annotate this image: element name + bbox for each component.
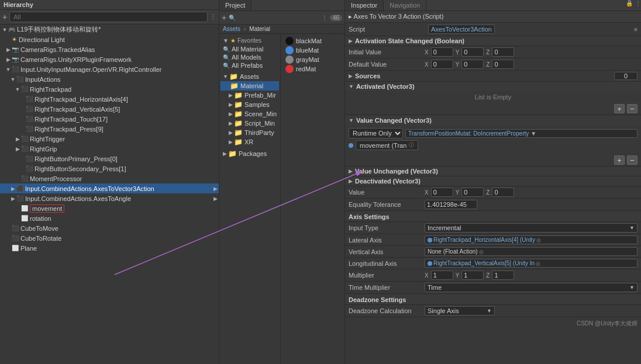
list-item[interactable]: ▼ ⬛ RightTrackpad: [0, 84, 219, 94]
inspector-tab[interactable]: Inspector: [345, 0, 384, 11]
axes-to-vector3-item[interactable]: ▶ ⬛ Input.CombinedActions.AxesToVector3A…: [0, 183, 219, 193]
list-item[interactable]: ⬛ MomentProcessor: [0, 174, 219, 183]
item-label: RightTrigger: [30, 136, 65, 143]
item-label: rotation: [30, 215, 51, 222]
default-value-row: Default Value X Y Z: [345, 58, 641, 71]
list-item[interactable]: ▶ 📁 Samples: [220, 100, 279, 109]
default-x-input[interactable]: [431, 60, 453, 69]
project-tabs: Project: [219, 0, 344, 11]
multiplier-y-input[interactable]: [461, 271, 484, 280]
list-item[interactable]: ⬜ Plane: [0, 243, 219, 253]
movement-field[interactable]: movement (Tran ⓘ: [356, 140, 418, 150]
list-item[interactable]: ⬛ RightButtonSecondary_Press[1]: [0, 164, 219, 174]
initial-z-input[interactable]: [492, 47, 514, 57]
packages-folder[interactable]: ▶ 📁 Packages: [220, 149, 279, 158]
assets-folder[interactable]: ▼ 📁 Assets: [220, 72, 279, 81]
runtime-only-dropdown[interactable]: Runtime Only: [349, 128, 403, 138]
list-item[interactable]: ▶ ⬛ RightTrigger: [0, 134, 219, 144]
fav-all-prefabs[interactable]: 🔍 All Prefabs: [220, 61, 279, 70]
longitudinal-axis-field[interactable]: RightTrackpad_VerticalAxis[5] (Unity In …: [425, 259, 637, 268]
list-item[interactable]: ▶ 📷 CameraRigs.UnityXRPluginFramework: [0, 54, 219, 64]
value-z-input[interactable]: [492, 188, 514, 197]
activated-minus-button[interactable]: −: [627, 104, 637, 113]
material-blue[interactable]: blueMat: [283, 46, 342, 55]
value-changed-header[interactable]: ▼ Value Changed (Vector3): [345, 115, 641, 126]
inspector-menu-icon[interactable]: ≡: [634, 26, 637, 33]
multiplier-x-input[interactable]: [431, 271, 453, 280]
hierarchy-search-input[interactable]: [9, 12, 208, 22]
initial-x-input[interactable]: [431, 47, 453, 57]
project-add-button[interactable]: +: [222, 13, 226, 22]
breadcrumb-material[interactable]: Material: [249, 26, 270, 32]
multiplier-z-input[interactable]: [492, 271, 514, 280]
script-field[interactable]: AxesToVector3Action: [428, 25, 495, 34]
list-item[interactable]: ⬛ RightTrackpad_Touch[17]: [0, 114, 219, 124]
list-item[interactable]: ▶ 📷 CameraRigs.TrackedAlias: [0, 44, 219, 54]
list-item[interactable]: ⬜ rotation: [0, 213, 219, 223]
list-item[interactable]: ▶ 📁 XR: [220, 137, 279, 147]
list-item[interactable]: ⬛ RightButtonPrimary_Press[0]: [0, 154, 219, 164]
breadcrumb-assets[interactable]: Assets: [223, 26, 240, 32]
material-folder[interactable]: 📁 Material: [220, 81, 279, 91]
hierarchy-root-item[interactable]: ▼ 🎮 L19手柄控制物体移动和旋转*: [0, 25, 219, 34]
list-item[interactable]: ▶ 📁 ThirdParty: [220, 128, 279, 137]
list-item[interactable]: ▼ ⬛ InputActions: [0, 74, 219, 84]
lock-icon[interactable]: 🔒: [626, 0, 633, 11]
equality-label: Equality Tolerance: [349, 201, 425, 208]
inspector-options[interactable]: ⋮: [635, 0, 641, 11]
deadzone-calc-dropdown[interactable]: Single Axis ▼: [425, 306, 495, 316]
time-multiplier-value: Time: [428, 284, 442, 291]
info-icon: ⓘ: [409, 141, 414, 149]
fav-all-models[interactable]: 🔍 All Models: [220, 53, 279, 61]
hierarchy-tab-label[interactable]: Hierarchy: [4, 1, 33, 8]
equality-input[interactable]: [425, 200, 477, 209]
list-item[interactable]: ☀ Directional Light: [0, 34, 219, 44]
list-item[interactable]: ⬛ RightTrackpad_VerticalAxis[5]: [0, 104, 219, 114]
function-field[interactable]: TransformPositionMutat: DoIncrementPrope…: [405, 129, 637, 138]
input-type-dropdown[interactable]: Incremental ▼: [425, 223, 637, 233]
movement-item[interactable]: ⬜ movement: [0, 203, 219, 213]
material-black[interactable]: blackMat: [283, 36, 342, 46]
list-item[interactable]: ⬛ RightTrackpad_Press[9]: [0, 124, 219, 134]
default-y-input[interactable]: [461, 60, 484, 69]
project-options-icon[interactable]: ⋮: [322, 15, 328, 21]
vertical-axis-label: Vertical Axis: [349, 248, 425, 255]
list-item[interactable]: ▶ 📁 Prefab_Mir: [220, 91, 279, 100]
value-y-input[interactable]: [461, 188, 484, 197]
lateral-axis-field[interactable]: RightTrackpad_HorizontalAxis[4] (Unity ◎: [425, 235, 637, 244]
list-item[interactable]: ▶ ⬛ RightGrip: [0, 144, 219, 154]
activated-header[interactable]: ▼ Activated (Vector3): [345, 82, 641, 91]
list-item[interactable]: ⬛ CubeToRotate: [0, 233, 219, 243]
list-item[interactable]: ⬛ RightTrackpad_HorizontalAxis[4]: [0, 94, 219, 104]
list-item[interactable]: ▶ 📁 Script_Min: [220, 119, 279, 128]
material-red[interactable]: redMat: [283, 64, 342, 74]
fav-all-material[interactable]: 🔍 All Material: [220, 45, 279, 53]
initial-y-input[interactable]: [461, 47, 484, 57]
deactivated-section[interactable]: ▶ Deactivated (Vector3): [345, 176, 641, 186]
hierarchy-options-icon[interactable]: ⋮: [210, 13, 216, 21]
default-z-input[interactable]: [492, 60, 514, 69]
axis-settings-header[interactable]: Axis Settings: [345, 212, 641, 222]
value-x-input[interactable]: [431, 188, 453, 197]
navigation-tab[interactable]: Navigation: [384, 0, 426, 11]
initial-value-label: Initial Value: [349, 48, 425, 56]
time-multiplier-dropdown[interactable]: Time ▼: [425, 283, 637, 292]
material-gray[interactable]: grayMat: [283, 55, 342, 64]
vc-plus-button[interactable]: +: [614, 155, 625, 165]
list-item[interactable]: ▼ ⬛ Input.UnityInputManager.OpenVR.Right…: [0, 64, 219, 74]
vc-minus-button[interactable]: −: [627, 155, 637, 165]
activation-state-section[interactable]: ▶ Activation State Changed (Boolean): [345, 36, 641, 46]
add-button[interactable]: +: [2, 12, 7, 22]
project-tab[interactable]: Project: [219, 0, 251, 11]
fav-label: All Models: [232, 54, 261, 61]
activated-plus-button[interactable]: +: [614, 104, 625, 113]
list-item[interactable]: ▶ 📁 Scene_Min: [220, 109, 279, 119]
project-search-icon[interactable]: 🔍: [229, 15, 236, 21]
list-item[interactable]: ⬛ CubeToMove: [0, 223, 219, 233]
list-item[interactable]: ▶ ⬛ Input.CombinedActions.AxesToAngle ▶: [0, 193, 219, 203]
item-label: InputActions: [25, 76, 61, 83]
value-unchanged-section[interactable]: ▶ Value Unchanged (Vector3): [345, 167, 641, 176]
hierarchy-content[interactable]: ▼ 🎮 L19手柄控制物体移动和旋转* ☀ Directional Light …: [0, 25, 219, 364]
deadzone-settings-header[interactable]: Deadzone Settings: [345, 295, 641, 305]
vertical-axis-field[interactable]: None (Float Action) ◎: [425, 247, 637, 256]
